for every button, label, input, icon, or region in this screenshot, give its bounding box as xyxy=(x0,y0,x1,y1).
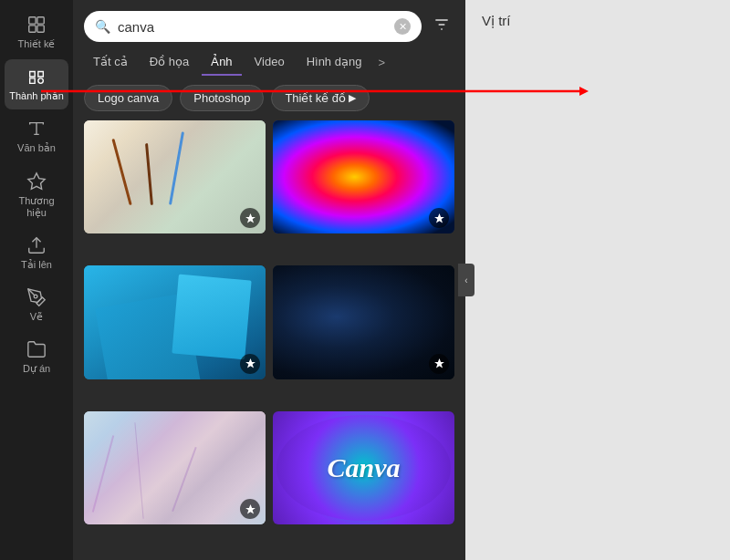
panel: 🔍 ✕ Tất cả Đồ họa Ảnh Video Hình dạng > … xyxy=(73,0,465,560)
tab-video[interactable]: Video xyxy=(245,49,294,76)
svg-point-6 xyxy=(34,295,37,298)
svg-rect-0 xyxy=(29,17,36,24)
image-item-blue-papers[interactable] xyxy=(84,265,266,379)
badge-marble xyxy=(240,499,260,519)
search-input[interactable] xyxy=(118,19,387,35)
tab-do-hoa[interactable]: Đồ họa xyxy=(141,49,198,76)
sidebar-tai-len-label: Tải lên xyxy=(21,259,52,271)
sidebar-item-tai-len[interactable]: Tải lên xyxy=(5,228,68,278)
sidebar-item-van-ban[interactable]: Văn bản xyxy=(5,111,68,161)
svg-rect-3 xyxy=(37,26,44,32)
image-item-colorful[interactable] xyxy=(273,120,454,233)
clear-search-button[interactable]: ✕ xyxy=(394,18,411,35)
sidebar-item-du-an[interactable]: Dự án xyxy=(5,332,68,382)
image-grid: Canva xyxy=(73,120,465,560)
right-area: Vị trí xyxy=(465,0,730,560)
sidebar-item-ve[interactable]: Vẽ xyxy=(5,280,68,330)
sidebar-thuong-hieu-label: Thương hiệu xyxy=(8,195,65,219)
panel-collapse-handle[interactable]: ‹ xyxy=(458,264,474,296)
badge-dark xyxy=(429,354,449,374)
sidebar-van-ban-label: Văn bản xyxy=(17,142,56,154)
sidebar-item-thanh-phan[interactable]: Thành phần xyxy=(5,59,68,109)
search-bar: 🔍 ✕ xyxy=(73,0,465,42)
tab-tat-ca[interactable]: Tất cả xyxy=(84,49,137,76)
sidebar-thiet-ke-label: Thiết kế xyxy=(18,38,56,50)
sidebar-item-thuong-hieu[interactable]: Thương hiệu xyxy=(5,164,68,226)
canva-logo-text: Canva xyxy=(327,452,400,483)
badge-blue xyxy=(240,354,260,374)
vi-tri-label: Vị trí xyxy=(465,0,730,42)
filter-button[interactable] xyxy=(429,12,454,42)
search-icon: 🔍 xyxy=(95,19,110,34)
tab-anh[interactable]: Ảnh xyxy=(202,49,241,76)
svg-rect-2 xyxy=(29,26,36,32)
chips-row: Logo canva Photoshop Thiết kế đồ ▶ xyxy=(73,76,465,120)
chip-thiet-ke-do[interactable]: Thiết kế đồ ▶ xyxy=(271,85,370,111)
image-item-art-supplies[interactable] xyxy=(84,120,266,233)
image-item-dark-blue[interactable] xyxy=(273,265,454,379)
chip-photoshop[interactable]: Photoshop xyxy=(180,85,264,111)
image-item-canva-logo[interactable]: Canva xyxy=(273,411,454,524)
sidebar-item-thiet-ke[interactable]: Thiết kế xyxy=(5,7,68,57)
image-item-marble[interactable] xyxy=(84,411,266,524)
sidebar-ve-label: Vẽ xyxy=(30,311,43,323)
tab-hinh-dang[interactable]: Hình dạng xyxy=(297,49,371,76)
sidebar-du-an-label: Dự án xyxy=(23,363,50,375)
search-wrapper[interactable]: 🔍 ✕ xyxy=(84,11,422,42)
sidebar-thanh-phan-label: Thành phần xyxy=(9,90,64,102)
svg-rect-1 xyxy=(37,17,44,24)
svg-point-4 xyxy=(38,78,44,84)
tab-more-button[interactable]: > xyxy=(374,50,389,75)
chip-logo-canva[interactable]: Logo canva xyxy=(84,85,172,111)
sidebar: Thiết kế Thành phần Văn bản Thương hiệu … xyxy=(0,0,73,560)
tabs-bar: Tất cả Đồ họa Ảnh Video Hình dạng > xyxy=(73,42,465,76)
